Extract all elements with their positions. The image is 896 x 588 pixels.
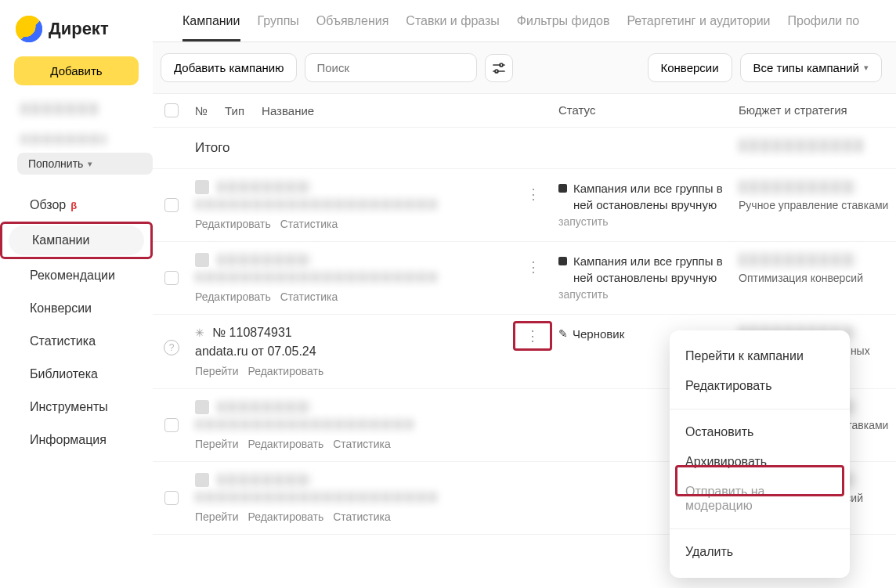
sidebar: Директ Добавить Пополнить ▾ Обзор β Камп… bbox=[0, 0, 153, 588]
select-all-checkbox[interactable] bbox=[164, 103, 179, 117]
tab-bids[interactable]: Ставки и фразы bbox=[406, 14, 499, 41]
link-stats[interactable]: Статистика bbox=[280, 290, 338, 303]
table-header: № Тип Название Статус Бюджет и стратегия bbox=[153, 94, 896, 128]
top-tabs: Кампании Группы Объявления Ставки и фраз… bbox=[153, 0, 896, 42]
link-go[interactable]: Перейти bbox=[195, 510, 238, 523]
campaign-number: № 110874931 bbox=[212, 326, 292, 340]
link-go[interactable]: Перейти bbox=[195, 365, 238, 377]
nav-statistics[interactable]: Статистика bbox=[6, 326, 146, 356]
campaign-type-icon bbox=[195, 473, 209, 487]
run-link[interactable]: запустить bbox=[558, 287, 731, 303]
link-edit[interactable]: Редактировать bbox=[247, 365, 323, 377]
tab-groups[interactable]: Группы bbox=[258, 14, 299, 41]
menu-delete[interactable]: Удалить bbox=[670, 537, 850, 567]
row-more-button[interactable]: ⋮ bbox=[522, 183, 544, 205]
total-budget-blur bbox=[739, 139, 864, 153]
strategy-text: Ручное управление ставками bbox=[739, 199, 896, 211]
status-text: Кампания или все группы в ней остановлен… bbox=[573, 253, 731, 286]
nav-tools[interactable]: Инструменты bbox=[6, 392, 146, 422]
hdr-name[interactable]: Название bbox=[262, 104, 314, 117]
menu-archive[interactable]: Архивировать bbox=[670, 447, 850, 477]
conversions-button[interactable]: Конверсии bbox=[648, 53, 732, 82]
row-checkbox[interactable] bbox=[164, 491, 179, 505]
campaign-type-dropdown[interactable]: Все типы кампаний▾ bbox=[740, 53, 882, 82]
total-label: Итого bbox=[190, 139, 551, 157]
hdr-num[interactable]: № bbox=[195, 104, 208, 117]
sliders-icon bbox=[492, 61, 506, 75]
campaign-type-icon bbox=[195, 253, 209, 267]
nav-info[interactable]: Информация bbox=[6, 425, 146, 455]
topup-label: Пополнить bbox=[28, 157, 83, 170]
menu-stop[interactable]: Остановить bbox=[670, 417, 850, 447]
search-input[interactable] bbox=[305, 53, 477, 82]
menu-edit[interactable]: Редактировать bbox=[670, 371, 850, 401]
add-campaign-button[interactable]: Добавить кампанию bbox=[161, 53, 297, 82]
nav-campaigns[interactable]: Кампании bbox=[9, 225, 144, 255]
balance-blur bbox=[20, 134, 107, 145]
strategy-text: Оптимизация конверсий bbox=[739, 272, 896, 284]
tab-retargeting[interactable]: Ретаргетинг и аудитории bbox=[627, 14, 770, 41]
row-total: Итого bbox=[153, 128, 896, 169]
nav-campaigns-highlight: Кампании bbox=[0, 222, 153, 259]
nav-overview[interactable]: Обзор β bbox=[6, 190, 146, 220]
tab-ads[interactable]: Объявления bbox=[316, 14, 389, 41]
row-checkbox[interactable] bbox=[164, 198, 179, 212]
row-more-button[interactable]: ⋮ bbox=[522, 256, 544, 278]
logo[interactable]: Директ bbox=[0, 9, 153, 53]
svg-point-1 bbox=[495, 70, 498, 73]
main: Кампании Группы Объявления Ставки и фраз… bbox=[153, 0, 896, 588]
table-row: Редактировать Статистика ⋮ Кампания или … bbox=[153, 242, 896, 315]
row-more-button-highlighted[interactable]: ⋮ bbox=[513, 321, 552, 351]
budget-blur bbox=[739, 253, 856, 267]
status-text: Кампания или все группы в ней остановлен… bbox=[573, 180, 731, 213]
status-stopped-icon bbox=[558, 257, 567, 265]
filter-button[interactable] bbox=[485, 54, 513, 82]
campaign-sub-blur bbox=[195, 419, 414, 430]
nav-conversions[interactable]: Конверсии bbox=[6, 294, 146, 323]
tab-profiles[interactable]: Профили по bbox=[788, 14, 860, 41]
tab-feed-filters[interactable]: Фильтры фидов bbox=[517, 14, 610, 41]
campaign-sub-blur bbox=[195, 272, 438, 283]
run-link[interactable]: запустить bbox=[558, 215, 731, 230]
hdr-status[interactable]: Статус bbox=[551, 103, 731, 117]
campaign-name-blur bbox=[217, 401, 311, 413]
menu-goto-campaign[interactable]: Перейти к кампании bbox=[670, 341, 850, 371]
hdr-type[interactable]: Тип bbox=[225, 104, 244, 117]
topup-button[interactable]: Пополнить ▾ bbox=[17, 153, 153, 175]
campaign-sub-blur bbox=[195, 492, 438, 503]
side-nav: Обзор β Кампании Рекомендации Конверсии … bbox=[0, 189, 153, 456]
logo-text: Директ bbox=[49, 19, 109, 39]
link-stats[interactable]: Статистика bbox=[333, 438, 391, 450]
tab-campaigns[interactable]: Кампании bbox=[182, 14, 240, 41]
add-button[interactable]: Добавить bbox=[14, 56, 139, 85]
menu-send-moderate[interactable]: Отправить на модерацию bbox=[670, 477, 850, 521]
campaign-type-icon bbox=[195, 400, 209, 414]
link-edit[interactable]: Редактировать bbox=[247, 510, 323, 523]
account-blur bbox=[20, 103, 99, 115]
link-edit[interactable]: Редактировать bbox=[195, 218, 271, 230]
campaign-name-blur bbox=[217, 181, 311, 193]
nav-library[interactable]: Библиотека bbox=[6, 359, 146, 389]
table-row: Редактировать Статистика ⋮ Кампания или … bbox=[153, 169, 896, 242]
link-stats[interactable]: Статистика bbox=[280, 218, 338, 230]
link-stats[interactable]: Статистика bbox=[333, 510, 391, 523]
campaign-sub-blur bbox=[195, 199, 438, 210]
status-draft: Черновик bbox=[573, 326, 624, 342]
nav-recommendations[interactable]: Рекомендации bbox=[6, 261, 146, 290]
svg-point-0 bbox=[500, 63, 503, 67]
row-actions-menu: Перейти к кампании Редактировать Останов… bbox=[670, 330, 850, 578]
row-checkbox[interactable] bbox=[164, 418, 179, 432]
chevron-down-icon: ▾ bbox=[88, 159, 92, 169]
campaign-type-icon: ✳ bbox=[195, 326, 204, 339]
toolbar: Добавить кампанию Конверсии Все типы кам… bbox=[153, 42, 896, 94]
link-edit[interactable]: Редактировать bbox=[247, 438, 323, 450]
budget-blur bbox=[739, 180, 856, 194]
hdr-budget[interactable]: Бюджет и стратегия bbox=[731, 103, 896, 117]
campaign-subtitle: andata.ru от 07.05.24 bbox=[195, 345, 551, 359]
campaign-type-icon bbox=[195, 180, 209, 194]
row-checkbox[interactable] bbox=[164, 271, 179, 285]
link-go[interactable]: Перейти bbox=[195, 438, 238, 450]
help-icon[interactable]: ? bbox=[164, 340, 179, 355]
link-edit[interactable]: Редактировать bbox=[195, 290, 271, 303]
pencil-icon: ✎ bbox=[558, 326, 568, 342]
